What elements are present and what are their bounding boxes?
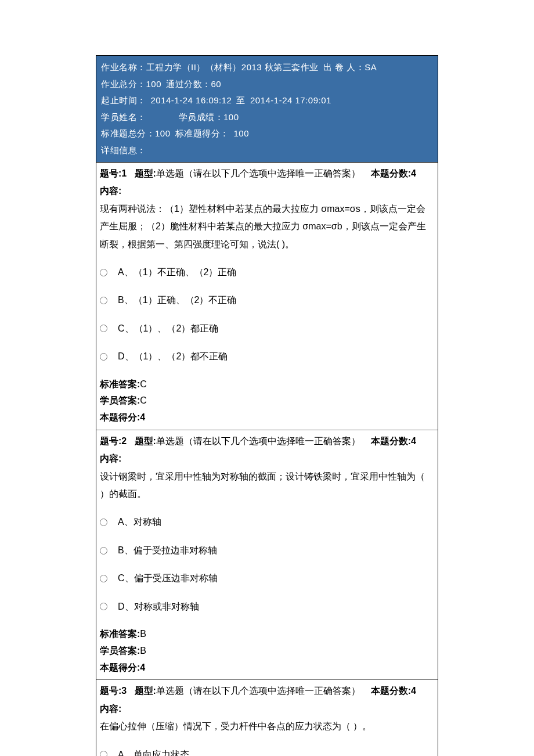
option-item: B、（1）正确、（2）不正确 (100, 291, 434, 309)
option-text: A、对称轴 (118, 513, 161, 531)
q-type-label: 题型: (135, 686, 156, 696)
option-item: D、对称或非对称轴 (100, 598, 434, 615)
total-score-label: 作业总分： (101, 76, 146, 93)
pass-score-value: 60 (211, 76, 222, 93)
got-value: 4 (140, 663, 145, 672)
std-answer-label: 标准答案: (100, 629, 140, 639)
option-text: C、偏于受压边非对称轴 (118, 570, 218, 587)
question-block: 题号:3 题型:单选题（请在以下几个选项中选择唯一正确答案） 本题分数:4 内容… (96, 679, 438, 756)
q-points-value: 4 (411, 436, 416, 446)
stu-answer-label: 学员答案: (100, 395, 140, 405)
option-text: A、（1）不正确、（2）正确 (118, 264, 236, 281)
q-type-desc: 单选题（请在以下几个选项中选择唯一正确答案） (156, 436, 360, 446)
option-radio[interactable] (100, 269, 107, 276)
question-block: 题号:1 题型:单选题（请在以下几个选项中选择唯一正确答案） 本题分数:4 内容… (96, 163, 438, 430)
period-start-value: 2014-1-24 16:09:12 (151, 92, 232, 109)
student-name-label: 学员姓名： (101, 109, 146, 126)
q-no-value: 3 (121, 686, 127, 696)
period-label: 起止时间： (101, 92, 146, 109)
q-type-desc: 单选题（请在以下几个选项中选择唯一正确答案） (156, 686, 360, 696)
options-list: A、对称轴 B、偏于受拉边非对称轴 C、偏于受压边非对称轴 D、对称或非对称轴 (100, 513, 434, 615)
option-text: B、（1）正确、（2）不正确 (118, 291, 236, 309)
option-text: D、对称或非对称轴 (118, 598, 199, 615)
q-type-label: 题型: (135, 436, 156, 446)
student-score-value: 100 (223, 109, 239, 126)
option-radio[interactable] (100, 519, 107, 526)
option-item: A、对称轴 (100, 513, 434, 531)
std-total-label: 标准题总分： (101, 125, 155, 142)
option-item: C、偏于受压边非对称轴 (100, 570, 434, 587)
option-item: C、（1）、（2）都正确 (100, 320, 434, 337)
q-no-label: 题号: (100, 686, 121, 696)
std-total-value: 100 (155, 125, 171, 142)
q-content-text: 在偏心拉伸（压缩）情况下，受力杆件中各点的应力状态为（ ）。 (100, 718, 434, 735)
q-points-value: 4 (411, 168, 416, 178)
std-answer-value: C (140, 379, 147, 389)
got-label: 本题得分: (100, 663, 140, 672)
option-radio[interactable] (100, 603, 107, 610)
setter-value: SA (365, 59, 377, 76)
question-header: 题号:1 题型:单选题（请在以下几个选项中选择唯一正确答案） 本题分数:4 (100, 165, 434, 182)
q-points-label: 本题分数: (371, 168, 411, 178)
setter-label: 出 卷 人： (323, 59, 365, 76)
q-content-label: 内容: (100, 450, 434, 467)
questions-container: 题号:1 题型:单选题（请在以下几个选项中选择唯一正确答案） 本题分数:4 内容… (96, 163, 438, 756)
std-answer-label: 标准答案: (100, 379, 140, 389)
question-header: 题号:3 题型:单选题（请在以下几个选项中选择唯一正确答案） 本题分数:4 (100, 682, 434, 700)
option-radio[interactable] (100, 547, 107, 555)
details-label: 详细信息： (101, 142, 146, 159)
options-list: A、单向应力状态 (100, 746, 434, 756)
std-got-value: 100 (234, 125, 250, 142)
period-end-value: 2014-1-24 17:09:01 (250, 92, 331, 109)
q-content-label: 内容: (100, 700, 434, 718)
pass-score-label: 通过分数： (166, 76, 211, 93)
q-content-text: 设计钢梁时，宜采用中性轴为对称轴的截面；设计铸铁梁时，宜采用中性轴为（ ）的截面… (100, 468, 434, 503)
question-block: 题号:2 题型:单选题（请在以下几个选项中选择唯一正确答案） 本题分数:4 内容… (96, 430, 438, 680)
stu-answer-value: C (140, 395, 147, 405)
q-no-label: 题号: (100, 436, 121, 446)
option-item: A、（1）不正确、（2）正确 (100, 264, 434, 281)
got-label: 本题得分: (100, 412, 140, 422)
assignment-header: 作业名称： 工程力学（II）（材料）2013 秋第三套作业 出 卷 人： SA … (96, 55, 438, 163)
q-type-label: 题型: (135, 168, 156, 178)
q-content-label: 内容: (100, 182, 434, 200)
option-text: D、（1）、（2）都不正确 (118, 348, 228, 365)
got-value: 4 (140, 412, 145, 422)
option-text: A、单向应力状态 (118, 746, 189, 756)
option-text: B、偏于受拉边非对称轴 (118, 542, 217, 559)
student-score-label: 学员成绩： (179, 109, 224, 126)
q-no-value: 2 (121, 436, 127, 446)
assignment-name-label: 作业名称： (101, 59, 146, 76)
q-type-desc: 单选题（请在以下几个选项中选择唯一正确答案） (156, 168, 360, 178)
q-points-label: 本题分数: (371, 436, 411, 446)
option-radio[interactable] (100, 325, 107, 332)
options-list: A、（1）不正确、（2）正确 B、（1）正确、（2）不正确 C、（1）、（2）都… (100, 264, 434, 366)
q-points-label: 本题分数: (371, 686, 411, 696)
option-radio[interactable] (100, 751, 107, 756)
option-radio[interactable] (100, 575, 107, 582)
q-content-text: 现有两种说法：（1）塑性材料中若某点的最大拉应力 σmax=σs，则该点一定会产… (100, 200, 434, 253)
option-radio[interactable] (100, 353, 107, 361)
total-score-value: 100 (146, 76, 162, 93)
question-header: 题号:2 题型:单选题（请在以下几个选项中选择唯一正确答案） 本题分数:4 (100, 433, 434, 450)
answer-block: 标准答案:B 学员答案:B 本题得分:4 (100, 626, 434, 676)
page: 作业名称： 工程力学（II）（材料）2013 秋第三套作业 出 卷 人： SA … (0, 0, 534, 756)
option-item: A、单向应力状态 (100, 746, 434, 756)
std-got-label: 标准题得分： (175, 125, 229, 142)
q-points-value: 4 (411, 686, 416, 696)
option-radio[interactable] (100, 297, 107, 304)
stu-answer-value: B (140, 646, 146, 656)
q-no-value: 1 (121, 168, 127, 178)
option-text: C、（1）、（2）都正确 (118, 320, 218, 337)
answer-block: 标准答案:C 学员答案:C 本题得分:4 (100, 376, 434, 426)
assignment-name-value: 工程力学（II）（材料）2013 秋第三套作业 (146, 59, 319, 76)
q-no-label: 题号: (100, 168, 121, 178)
stu-answer-label: 学员答案: (100, 646, 140, 656)
std-answer-value: B (140, 629, 146, 639)
option-item: B、偏于受拉边非对称轴 (100, 542, 434, 559)
option-item: D、（1）、（2）都不正确 (100, 348, 434, 365)
period-to-label: 至 (236, 92, 246, 109)
